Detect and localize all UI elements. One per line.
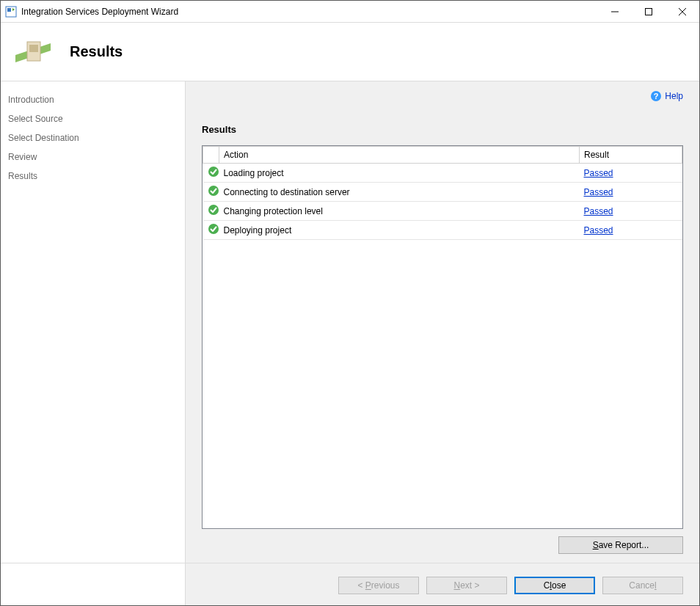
svg-point-14	[208, 224, 219, 234]
result-link[interactable]: Passed	[584, 206, 613, 216]
row-status-icon	[203, 221, 219, 240]
sidebar-item-select-destination[interactable]: Select Destination	[1, 128, 185, 147]
row-result-cell: Passed	[580, 221, 682, 240]
page-title: Results	[70, 43, 123, 60]
column-header-icon[interactable]	[203, 147, 219, 164]
result-link[interactable]: Passed	[584, 187, 613, 197]
row-action-cell: Loading project	[219, 164, 580, 183]
sidebar-item-introduction[interactable]: Introduction	[1, 90, 185, 109]
help-link[interactable]: Help	[665, 91, 683, 101]
svg-point-11	[208, 167, 219, 177]
svg-text:?: ?	[654, 92, 659, 101]
svg-point-12	[208, 186, 219, 196]
section-title: Results	[202, 124, 683, 135]
svg-rect-1	[7, 8, 11, 12]
row-action-cell: Deploying project	[219, 221, 580, 240]
window-controls	[598, 1, 699, 23]
sidebar: Introduction Select Source Select Destin…	[1, 81, 186, 563]
footer-button-row: < Previous Next > Close Cancel	[1, 563, 699, 606]
footer-sidebar-spacer	[1, 563, 186, 606]
table-row: Loading projectPassed	[203, 164, 682, 183]
svg-point-13	[208, 205, 219, 215]
sidebar-item-select-source[interactable]: Select Source	[1, 109, 185, 128]
svg-rect-3	[646, 8, 652, 15]
row-action-cell: Connecting to destination server	[219, 183, 580, 202]
page-header: Results	[1, 23, 699, 81]
check-icon	[208, 223, 219, 235]
table-row: Deploying projectPassed	[203, 221, 682, 240]
header-deploy-icon	[15, 34, 51, 70]
content-panel: ? Help Results Action Result Loading pro…	[186, 81, 699, 563]
help-icon: ?	[650, 90, 662, 102]
main-area: Introduction Select Source Select Destin…	[1, 81, 699, 563]
next-button: Next >	[426, 577, 507, 594]
row-result-cell: Passed	[580, 183, 682, 202]
check-icon	[208, 166, 219, 178]
row-status-icon	[203, 202, 219, 221]
row-action-cell: Changing protection level	[219, 202, 580, 221]
titlebar: Integration Services Deployment Wizard	[1, 1, 699, 23]
close-window-button[interactable]	[666, 1, 699, 23]
column-header-action[interactable]: Action	[219, 147, 580, 164]
cancel-button: Cancel	[602, 577, 683, 594]
window-title: Integration Services Deployment Wizard	[21, 7, 178, 17]
row-status-icon	[203, 183, 219, 202]
previous-button: < Previous	[338, 577, 419, 594]
close-button[interactable]: Close	[514, 577, 595, 594]
result-link[interactable]: Passed	[584, 168, 613, 178]
table-row: Connecting to destination serverPassed	[203, 183, 682, 202]
check-icon	[208, 204, 219, 216]
svg-rect-8	[29, 45, 38, 52]
minimize-button[interactable]	[598, 1, 632, 23]
sidebar-item-review[interactable]: Review	[1, 147, 185, 167]
save-report-button[interactable]: Save Report...	[558, 536, 683, 554]
save-report-row: Save Report...	[202, 529, 683, 554]
app-icon	[5, 6, 17, 18]
results-table: Action Result Loading projectPassedConne…	[202, 145, 683, 529]
row-result-cell: Passed	[580, 164, 682, 183]
column-header-result[interactable]: Result	[580, 147, 682, 164]
help-row: ? Help	[202, 81, 683, 111]
row-result-cell: Passed	[580, 202, 682, 221]
row-status-icon	[203, 164, 219, 183]
check-icon	[208, 185, 219, 197]
table-row: Changing protection levelPassed	[203, 202, 682, 221]
table-header-row: Action Result	[203, 147, 682, 164]
result-link[interactable]: Passed	[584, 225, 613, 236]
maximize-button[interactable]	[632, 1, 666, 23]
sidebar-item-results[interactable]: Results	[1, 167, 185, 186]
